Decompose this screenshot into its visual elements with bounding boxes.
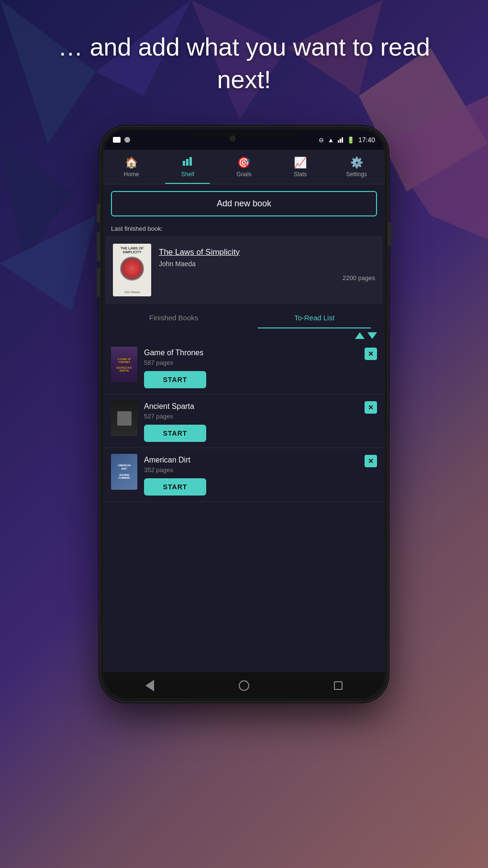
book-cover-american-dirt: AMERICANDIRTJEANINECUMMINS bbox=[111, 454, 137, 490]
list-item: A GAME OF THRONESGEORGE R.R.MARTIN Game … bbox=[103, 341, 385, 395]
bottom-spacer bbox=[103, 502, 385, 521]
start-book-2-button[interactable]: START bbox=[144, 425, 206, 442]
last-finished-label: Last finished book: bbox=[103, 223, 385, 236]
settings-icon: ⚙️ bbox=[350, 157, 363, 169]
book-title-1: Game of Thrones bbox=[144, 349, 358, 357]
promo-heading: … and add what you want to read next! bbox=[38, 31, 450, 96]
sim-icon bbox=[113, 137, 121, 143]
book-actions-3: ✕ bbox=[365, 454, 377, 467]
sparta-cover-art bbox=[117, 411, 132, 426]
notification-icon bbox=[124, 137, 130, 143]
book-info-3: American Dirt 352 pages START bbox=[144, 454, 358, 496]
wifi-icon: ▲ bbox=[328, 136, 334, 144]
list-item: Ancient Sparta 527 pages START ✕ bbox=[103, 395, 385, 448]
book-pages-2: 527 pages bbox=[144, 413, 358, 420]
list-tabs: Finished Books To-Read List bbox=[103, 306, 385, 328]
signal-icon: ⊖ bbox=[319, 136, 324, 144]
volume-up-button bbox=[97, 232, 100, 261]
goals-icon: 🎯 bbox=[237, 157, 250, 169]
volume-down-button bbox=[97, 268, 100, 297]
book-pages-1: 587 pages bbox=[144, 359, 358, 366]
svg-rect-1 bbox=[186, 159, 189, 166]
status-right-icons: ⊖ ▲ 🔋 17:40 bbox=[319, 136, 375, 144]
book-title-2: Ancient Sparta bbox=[144, 402, 358, 411]
shelf-icon bbox=[182, 156, 193, 169]
list-item: AMERICANDIRTJEANINECUMMINS American Dirt… bbox=[103, 448, 385, 502]
power-button bbox=[388, 223, 391, 247]
cover-artwork bbox=[120, 257, 144, 281]
promo-section: … and add what you want to read next! bbox=[0, 0, 488, 127]
sort-descending-button[interactable] bbox=[367, 332, 377, 339]
featured-book-title: The Laws of Simplicity bbox=[159, 248, 375, 257]
finished-books-tab[interactable]: Finished Books bbox=[103, 306, 244, 328]
speaker-grille bbox=[191, 133, 297, 136]
featured-book-author: John Maeda bbox=[159, 260, 375, 268]
tab-shelf-label: Shelf bbox=[181, 171, 194, 178]
front-camera bbox=[230, 135, 235, 141]
remove-book-2-button[interactable]: ✕ bbox=[365, 401, 377, 414]
tab-shelf[interactable]: Shelf bbox=[160, 150, 216, 184]
stats-icon: 📈 bbox=[294, 157, 307, 169]
status-left-icons bbox=[113, 137, 130, 143]
cellular-icon bbox=[338, 137, 343, 143]
clock: 17:40 bbox=[358, 136, 375, 144]
svg-rect-0 bbox=[183, 161, 185, 166]
battery-icon: 🔋 bbox=[347, 136, 355, 144]
tab-stats-label: Stats bbox=[294, 171, 307, 178]
home-icon: 🏠 bbox=[125, 157, 138, 169]
sort-controls bbox=[103, 328, 385, 341]
android-back-button[interactable] bbox=[145, 680, 154, 691]
book-info-2: Ancient Sparta 527 pages START bbox=[144, 400, 358, 442]
featured-book-info: The Laws of Simplicity John Maeda 2200 p… bbox=[159, 244, 375, 282]
volume-silent-button bbox=[97, 203, 100, 223]
book-title-3: American Dirt bbox=[144, 456, 358, 464]
android-navigation-bar bbox=[103, 672, 385, 699]
book-pages-3: 352 pages bbox=[144, 466, 358, 473]
start-book-1-button[interactable]: START bbox=[144, 371, 206, 388]
app-content: Add new book Last finished book: THE LAW… bbox=[103, 184, 385, 672]
featured-book-pages: 2200 pages bbox=[159, 274, 375, 282]
book-cover-ancient-sparta bbox=[111, 400, 137, 436]
svg-rect-2 bbox=[189, 157, 192, 166]
start-book-3-button[interactable]: START bbox=[144, 478, 206, 496]
featured-book-cover: THE LAWS OF SIMPLICITY John Maeda bbox=[113, 244, 151, 296]
book-actions-1: ✕ bbox=[365, 347, 377, 360]
tab-goals[interactable]: 🎯 Goals bbox=[216, 150, 272, 184]
cover-author-text: John Maeda bbox=[113, 291, 151, 293]
add-new-book-button[interactable]: Add new book bbox=[111, 191, 377, 216]
sort-ascending-button[interactable] bbox=[355, 332, 365, 339]
tab-home-label: Home bbox=[124, 171, 139, 178]
to-read-list-tab[interactable]: To-Read List bbox=[244, 306, 385, 328]
tab-home[interactable]: 🏠 Home bbox=[103, 150, 160, 184]
phone-screen: ⊖ ▲ 🔋 17:40 🏠 Home bbox=[103, 130, 385, 699]
android-recents-button[interactable] bbox=[334, 681, 343, 690]
book-actions-2: ✕ bbox=[365, 400, 377, 414]
book-cover-game-of-thrones: A GAME OF THRONESGEORGE R.R.MARTIN bbox=[111, 347, 137, 383]
tab-stats[interactable]: 📈 Stats bbox=[272, 150, 329, 184]
tab-goals-label: Goals bbox=[236, 171, 251, 178]
phone-body: ⊖ ▲ 🔋 17:40 🏠 Home bbox=[100, 127, 388, 701]
tab-settings-label: Settings bbox=[346, 171, 366, 178]
remove-book-1-button[interactable]: ✕ bbox=[365, 348, 377, 360]
book-info-1: Game of Thrones 587 pages START bbox=[144, 347, 358, 388]
tab-settings[interactable]: ⚙️ Settings bbox=[328, 150, 385, 184]
android-home-button[interactable] bbox=[239, 680, 249, 691]
cover-title-text: THE LAWS OF SIMPLICITY bbox=[116, 247, 148, 255]
remove-book-3-button[interactable]: ✕ bbox=[365, 455, 377, 467]
phone-mockup: ⊖ ▲ 🔋 17:40 🏠 Home bbox=[100, 127, 388, 816]
bottom-nav-tabs: 🏠 Home Shelf 🎯 G bbox=[103, 150, 385, 184]
featured-book-card: THE LAWS OF SIMPLICITY John Maeda The La… bbox=[105, 236, 383, 304]
